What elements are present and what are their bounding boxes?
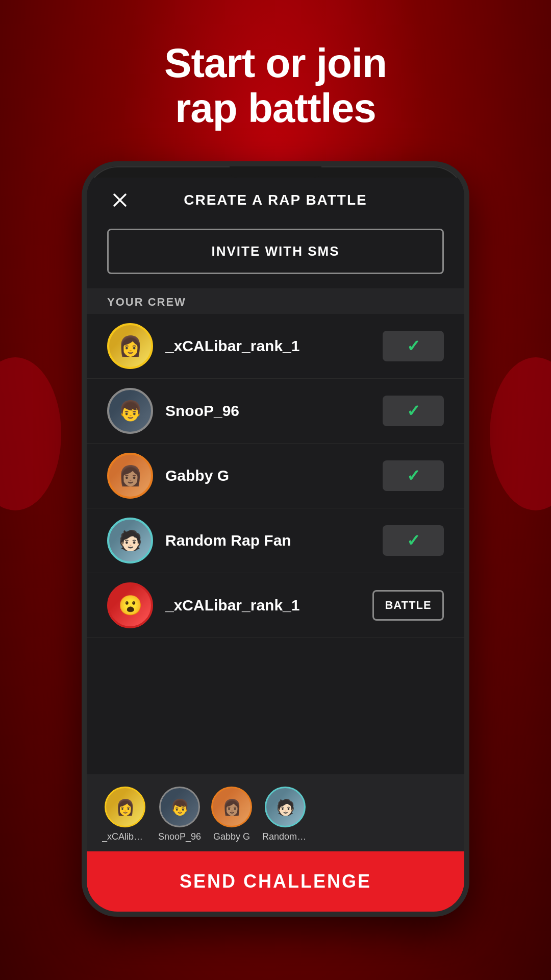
selected-crew-name: SnooP_96 — [158, 831, 201, 842]
screen: CREATE A RAP BATTLE INVITE WITH SMS YOUR… — [87, 178, 464, 912]
selected-crew-item: 👩🏽 Gabby G — [211, 787, 252, 842]
battle-button[interactable]: BATTLE — [372, 590, 444, 621]
battle-btn-label: BATTLE — [385, 599, 431, 612]
checkmark-icon: ✓ — [407, 401, 420, 421]
phone-shell: CREATE A RAP BATTLE INVITE WITH SMS YOUR… — [82, 161, 469, 917]
screen-header: CREATE A RAP BATTLE — [87, 178, 464, 218]
selected-avatar: 👩🏽 — [211, 787, 252, 827]
avatar: 😮 — [107, 582, 153, 628]
phone-notch — [230, 166, 321, 178]
deco-right — [490, 357, 551, 510]
avatar: 👩 — [107, 323, 153, 369]
close-button[interactable] — [107, 187, 133, 213]
crew-item: 👦 SnooP_96 ✓ — [87, 379, 464, 444]
close-icon — [112, 192, 128, 208]
hero-title-line2: rap battles — [175, 85, 376, 131]
crew-member-name: SnooP_96 — [165, 402, 383, 420]
select-crew-button[interactable]: ✓ — [383, 331, 444, 361]
selected-avatar: 🧑🏻 — [265, 787, 306, 827]
crew-member-name: Random Rap Fan — [165, 532, 383, 549]
selected-crew-name: _xCAlibar_r — [102, 831, 148, 842]
hero-title: Start or join rap battles — [164, 41, 387, 131]
crew-member-name: _xCALibar_rank_1 — [165, 337, 383, 355]
avatar: 🧑🏻 — [107, 518, 153, 564]
selected-crew-item: 👩 _xCAlibar_r — [102, 787, 148, 842]
deco-left — [0, 357, 61, 510]
select-crew-button[interactable]: ✓ — [383, 525, 444, 556]
crew-list: 👩 _xCALibar_rank_1 ✓ 👦 SnooP_96 ✓ — [87, 314, 464, 774]
checkmark-icon: ✓ — [407, 466, 420, 485]
selected-avatar: 👦 — [159, 787, 200, 827]
invite-sms-button[interactable]: INVITE WITH SMS — [107, 229, 444, 274]
invite-btn-wrapper: INVITE WITH SMS — [87, 218, 464, 288]
selected-crew-bar: 👩 _xCAlibar_r 👦 SnooP_96 👩🏽 Gabby G 🧑🏻 — [87, 774, 464, 851]
checkmark-icon: ✓ — [407, 336, 420, 356]
screen-title: CREATE A RAP BATTLE — [184, 192, 367, 208]
select-crew-button[interactable]: ✓ — [383, 460, 444, 491]
avatar: 👦 — [107, 388, 153, 434]
crew-item: 😮 _xCALibar_rank_1 BATTLE — [87, 573, 464, 638]
selected-avatar: 👩 — [105, 787, 145, 827]
crew-member-name: _xCALibar_rank_1 — [165, 597, 372, 614]
hero-title-line1: Start or join — [164, 40, 387, 86]
selected-crew-item: 🧑🏻 Random Ra.. — [262, 787, 308, 842]
checkmark-icon: ✓ — [407, 531, 420, 550]
selected-crew-name: Random Ra.. — [262, 831, 308, 842]
selected-crew-item: 👦 SnooP_96 — [158, 787, 201, 842]
send-challenge-button[interactable]: SEND CHALLENGE — [87, 851, 464, 912]
crew-item: 🧑🏻 Random Rap Fan ✓ — [87, 508, 464, 573]
select-crew-button[interactable]: ✓ — [383, 396, 444, 426]
crew-item: 👩🏽 Gabby G ✓ — [87, 444, 464, 508]
crew-member-name: Gabby G — [165, 467, 383, 484]
selected-crew-name: Gabby G — [213, 831, 250, 842]
avatar: 👩🏽 — [107, 453, 153, 499]
crew-item: 👩 _xCALibar_rank_1 ✓ — [87, 314, 464, 379]
section-your-crew: YOUR CREW — [87, 288, 464, 314]
